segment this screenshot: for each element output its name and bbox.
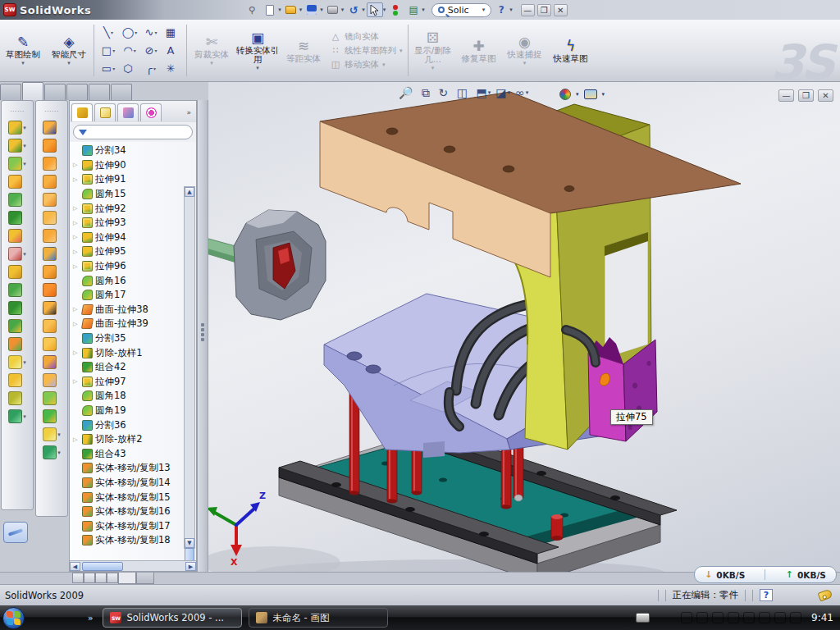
tree-item[interactable]: ▷ 切除-放样1 bbox=[71, 345, 183, 360]
tree-item[interactable]: ▷ 分割35 bbox=[71, 331, 183, 346]
rotate-view-icon[interactable]: ↻▾ bbox=[439, 87, 452, 98]
fillet-icon[interactable]: ▾ bbox=[8, 157, 26, 171]
point-icon[interactable]: ✳▾ bbox=[162, 60, 183, 78]
undo-button[interactable]: ↺ bbox=[345, 2, 362, 17]
extruded-boss-icon[interactable]: ▾ bbox=[8, 121, 26, 135]
select-cursor-button[interactable] bbox=[367, 2, 383, 17]
doc-minimize-button[interactable]: — bbox=[778, 89, 794, 102]
dimxpert-manager-tab[interactable] bbox=[140, 103, 162, 121]
network-speed-widget[interactable]: ↓ 0KB/S ↑ 0KB/S bbox=[694, 566, 837, 583]
surface-knit-icon[interactable]: ▾ bbox=[43, 247, 61, 261]
surface-replace-icon[interactable]: ▾ bbox=[43, 319, 61, 333]
splitter-handle[interactable] bbox=[199, 318, 206, 346]
tree-item[interactable]: ▷ 圆角16 bbox=[71, 273, 183, 288]
tab-evaluate[interactable] bbox=[89, 84, 110, 100]
boundary-boss-icon[interactable]: ▾ bbox=[8, 211, 26, 225]
tree-filter-input[interactable] bbox=[73, 125, 193, 139]
surface-elbow-icon[interactable]: ▾ bbox=[43, 283, 61, 297]
trim-entities-button[interactable]: ✄ 剪裁实体▾ bbox=[189, 20, 235, 81]
surface-extend-icon[interactable]: ▾ bbox=[43, 157, 61, 171]
surface-thicken-icon[interactable]: ▾ bbox=[43, 265, 61, 279]
surface-planar-icon[interactable]: ▾ bbox=[43, 211, 61, 225]
tab-nav-button[interactable] bbox=[95, 573, 107, 583]
tab-nav-button[interactable] bbox=[72, 573, 84, 583]
helix2-icon[interactable]: ▾ bbox=[43, 445, 61, 459]
tree-item[interactable]: ▷ 拉伸94 bbox=[71, 231, 183, 245]
power-shield-icon[interactable] bbox=[696, 612, 708, 623]
offset-entities-button[interactable]: ≋ 等距实体 bbox=[281, 20, 326, 81]
property-manager-tab[interactable] bbox=[94, 103, 116, 121]
start-button[interactable] bbox=[2, 607, 25, 629]
tree-item[interactable]: ▷ 实体-移动/复制16 bbox=[71, 504, 183, 519]
search-input[interactable]: Solic bbox=[448, 5, 481, 16]
scene-icon[interactable] bbox=[584, 89, 597, 99]
pattern-box-icon[interactable]: ▦▾ bbox=[162, 24, 183, 42]
tree-item[interactable]: ▷ 组合42 bbox=[71, 360, 183, 375]
tree-item[interactable]: ▷ 实体-移动/复制18 bbox=[71, 533, 183, 548]
extruded-cut-icon[interactable]: ▾ bbox=[8, 139, 26, 153]
scroll-down-arrow[interactable]: ▼ bbox=[185, 538, 194, 548]
messenger-status-icon[interactable] bbox=[790, 612, 801, 623]
convert-entities-button[interactable]: ▣ 转换实体引用▾ bbox=[235, 20, 281, 81]
hide-show-icon[interactable]: ∞▾ bbox=[515, 87, 528, 98]
update-check-icon[interactable] bbox=[712, 612, 724, 623]
tab-dimxpert[interactable] bbox=[111, 84, 132, 100]
surface-loft-icon[interactable]: ▾ bbox=[43, 175, 61, 189]
sketch-button[interactable]: ✎ 草图绘制▾ bbox=[0, 20, 46, 81]
appearance-icon[interactable] bbox=[559, 89, 571, 100]
arc-icon[interactable]: ◠▾ bbox=[119, 42, 140, 60]
zoom-fit-icon[interactable]: 🔎▾ bbox=[399, 87, 417, 98]
network-warning-icon[interactable] bbox=[759, 612, 770, 623]
tree-vertical-scrollbar[interactable]: ▲ ▼ bbox=[184, 186, 195, 549]
curve-icon[interactable]: ▾ bbox=[8, 391, 26, 405]
configuration-manager-tab[interactable] bbox=[117, 103, 139, 121]
display-style-icon[interactable]: ◪▾ bbox=[495, 87, 510, 98]
feature-manager-tab[interactable] bbox=[71, 103, 93, 121]
tree-item[interactable]: ▷ 分割36 bbox=[71, 418, 183, 432]
line-icon[interactable]: ╲▾ bbox=[98, 24, 119, 42]
tree-item[interactable]: ▷ 实体-移动/复制13 bbox=[71, 461, 183, 476]
new-document-button[interactable] bbox=[262, 2, 278, 17]
options-list-button[interactable]: ▤ bbox=[405, 2, 422, 17]
rapid-sketch-button[interactable]: ϟ 快速草图 bbox=[548, 20, 594, 81]
surface-delete-icon[interactable]: ▾ bbox=[43, 301, 61, 315]
scroll-right-arrow[interactable]: ▶ bbox=[185, 562, 196, 571]
scroll-up-arrow[interactable]: ▲ bbox=[185, 187, 194, 197]
tree-item[interactable]: ▷ 实体-移动/复制15 bbox=[71, 490, 183, 504]
tab-nav-button[interactable] bbox=[107, 573, 118, 583]
tree-item[interactable]: ▷ 拉伸91 bbox=[71, 172, 183, 187]
tree-item[interactable]: ▷ 圆角18 bbox=[71, 389, 183, 404]
mirror-entities-button[interactable]: △ 镜向实体 bbox=[330, 31, 403, 43]
smart-dimension-button[interactable]: ◈ 智能尺寸▾ bbox=[46, 20, 92, 81]
tree-item[interactable]: ▷ 拉伸97 bbox=[71, 375, 183, 390]
help-button[interactable]: ? bbox=[493, 2, 509, 17]
surface-mid-icon[interactable]: ▾ bbox=[43, 193, 61, 207]
tree-item[interactable]: ▷ 拉伸93 bbox=[71, 216, 183, 231]
rebuild-traffic-light-icon[interactable] bbox=[387, 2, 404, 17]
security-icon[interactable] bbox=[51, 612, 63, 624]
tree-item[interactable]: ▷ 圆角19 bbox=[71, 404, 183, 418]
spline-icon[interactable]: ∿▾ bbox=[140, 24, 162, 42]
antivirus-shield-icon[interactable] bbox=[681, 612, 692, 623]
draft-icon[interactable]: ▾ bbox=[8, 283, 26, 297]
search-box[interactable]: Solic ▾ bbox=[431, 3, 492, 17]
tree-item[interactable]: ▷ 实体-移动/复制14 bbox=[71, 476, 183, 491]
pin-icon[interactable]: ⚲ bbox=[244, 2, 260, 17]
restore-button[interactable]: ❐ bbox=[537, 4, 551, 16]
move-entities-button[interactable]: ◫ 移动实体▾ bbox=[330, 59, 403, 71]
tree-item[interactable]: ▷ 圆角17 bbox=[71, 288, 183, 303]
tree-item[interactable]: ▷ 分割34 bbox=[71, 144, 183, 158]
surface-revolve-icon[interactable]: ▾ bbox=[43, 139, 61, 153]
scroll-thumb[interactable] bbox=[185, 548, 194, 560]
helix-icon[interactable]: ▾ bbox=[8, 409, 26, 423]
tree-item[interactable]: ▷ 拉伸90 bbox=[71, 158, 183, 173]
fillet2-icon[interactable]: ▾ bbox=[43, 391, 61, 405]
measure-tool-button[interactable] bbox=[3, 522, 28, 543]
tree-item[interactable]: ▷ 切除-放样2 bbox=[71, 432, 183, 447]
linear-pattern-icon[interactable]: ▾ bbox=[8, 247, 26, 261]
freeform-icon[interactable]: ▾ bbox=[8, 229, 26, 243]
task-paint[interactable]: 未命名 - 画图 bbox=[249, 608, 388, 628]
minimize-button[interactable]: — bbox=[521, 4, 535, 16]
solidworks-icon[interactable] bbox=[69, 612, 81, 624]
swept-boss-icon[interactable]: ▾ bbox=[8, 175, 26, 189]
